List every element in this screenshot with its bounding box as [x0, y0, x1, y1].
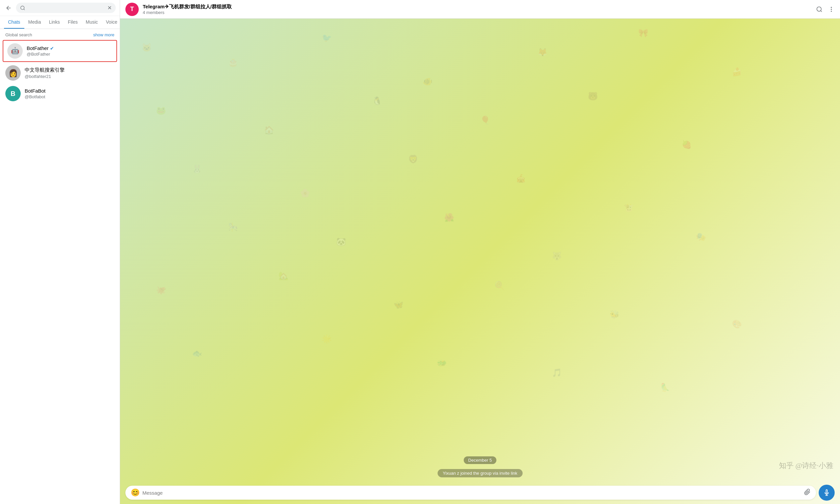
tab-media[interactable]: Media: [24, 16, 45, 29]
right-panel: T Telegram✈飞机群发/群组拉人/群组抓取 4 members 🐱 🎂: [120, 0, 840, 504]
svg-point-8: [831, 11, 832, 12]
show-more-button[interactable]: show more: [93, 32, 114, 37]
tab-chats[interactable]: Chats: [4, 16, 24, 29]
avatar-letter-botfabot: B: [11, 90, 15, 97]
emoji-button[interactable]: 😊: [131, 488, 140, 497]
more-icon: [828, 6, 835, 13]
date-badge: December 5: [464, 456, 497, 464]
tab-voice[interactable]: Voice: [102, 16, 121, 29]
tab-files[interactable]: Files: [64, 16, 82, 29]
chat-input-box: 😊: [125, 486, 816, 500]
result-item-botfabot[interactable]: B BotFaBot @Botfabot: [0, 83, 120, 104]
search-input[interactable]: @botfa: [28, 5, 105, 11]
join-message: Yixuan z joined the group via invite lin…: [438, 469, 523, 478]
clear-search-button[interactable]: ✕: [107, 5, 112, 11]
search-results: 🤖 BotFather ✔ @BotFather 👩: [0, 39, 120, 504]
result-name-text-botfabot: BotFaBot: [25, 88, 46, 94]
tab-music[interactable]: Music: [82, 16, 102, 29]
avatar-chinese-nav: 👩: [5, 65, 21, 80]
tabs-bar: Chats Media Links Files Music Voice: [0, 16, 120, 29]
chat-search-button[interactable]: [816, 6, 823, 13]
result-info-botfather: BotFather ✔ @BotFather: [27, 45, 54, 57]
back-button[interactable]: [4, 3, 13, 13]
svg-text:🤖: 🤖: [11, 47, 19, 55]
svg-point-6: [831, 7, 832, 8]
svg-text:👩: 👩: [9, 69, 18, 78]
result-name-botfather: BotFather ✔: [27, 45, 54, 51]
result-info-botfabot: BotFaBot @Botfabot: [25, 88, 46, 99]
date-badge-wrapper: December 5: [464, 456, 497, 464]
search-icon: [20, 5, 25, 11]
left-panel: @botfa ✕ Chats Media Links Files Music V…: [0, 0, 120, 504]
result-info-chinese-nav: 中文导航搜索引擎 @botfahter21: [25, 67, 65, 79]
tab-links[interactable]: Links: [45, 16, 64, 29]
message-input[interactable]: [142, 490, 801, 496]
chat-avatar: T: [125, 3, 139, 16]
result-item-botfather[interactable]: 🤖 BotFather ✔ @BotFather: [3, 40, 117, 62]
global-search-label: Global search: [5, 32, 32, 37]
svg-point-5: [817, 7, 821, 11]
chat-avatar-letter: T: [131, 6, 134, 13]
chat-header-info: Telegram✈飞机群发/群组拉人/群组抓取 4 members: [143, 4, 816, 15]
attach-button[interactable]: [804, 489, 811, 497]
chat-header: T Telegram✈飞机群发/群组拉人/群组抓取 4 members: [120, 0, 840, 19]
result-username-chinese-nav: @botfahter21: [25, 74, 65, 79]
svg-point-7: [831, 9, 832, 10]
chat-name: Telegram✈飞机群发/群组拉人/群组抓取: [143, 4, 816, 10]
paperclip-icon: [804, 489, 811, 495]
result-name-botfabot: BotFaBot: [25, 88, 46, 94]
watermark: 知乎 @诗经·小雅: [779, 461, 833, 471]
chat-members: 4 members: [143, 10, 816, 15]
result-name-text-chinese-nav: 中文导航搜索引擎: [25, 67, 65, 73]
chat-doodles: 🐱 🎂 🐦 🐠 🦊 🎀 🍰 🐸 🏠 🐧 🎈 🐻 🍓 🐰 🌸 🦁 🎪 🐮 🎠 🐼 …: [120, 19, 840, 504]
result-name-text-botfather: BotFather: [27, 45, 49, 51]
chat-header-actions: [816, 6, 835, 13]
chat-more-button[interactable]: [828, 6, 835, 13]
result-username-botfather: @BotFather: [27, 52, 54, 57]
result-username-botfabot: @Botfabot: [25, 94, 46, 99]
global-search-section: Global search show more: [0, 29, 120, 39]
search-bar: @botfa ✕: [0, 0, 120, 16]
search-icon: [816, 6, 823, 13]
svg-point-0: [21, 6, 24, 10]
result-name-chinese-nav: 中文导航搜索引擎: [25, 67, 65, 73]
avatar-botfather: 🤖: [7, 43, 23, 59]
microphone-icon: [823, 489, 830, 496]
voice-button[interactable]: [819, 485, 835, 501]
chat-input-area: 😊: [120, 481, 840, 504]
verified-icon-botfather: ✔: [50, 46, 54, 51]
result-item-chinese-nav[interactable]: 👩 中文导航搜索引擎 @botfahter21: [0, 62, 120, 83]
search-input-wrapper: @botfa ✕: [16, 3, 116, 13]
chat-background: 🐱 🎂 🐦 🐠 🦊 🎀 🍰 🐸 🏠 🐧 🎈 🐻 🍓 🐰 🌸 🦁 🎪 🐮 🎠 🐼 …: [120, 19, 840, 504]
avatar-botfabot: B: [5, 86, 21, 101]
